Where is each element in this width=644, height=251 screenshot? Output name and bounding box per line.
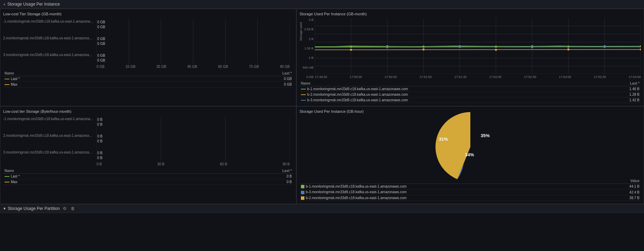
bar-label-1: -1.monitoringmsk.mn33d9.c18.kafka.us-eas… <box>3 19 94 23</box>
legend-name-col: Name <box>3 71 175 76</box>
bar-track-3a: 0 GB <box>97 54 290 58</box>
legend-color-last <box>5 79 9 79</box>
bar-label-2: 2.monitoringmsk.mn33d9.c18.kafka.us-east… <box>3 36 94 40</box>
instance-section-title: Storage Usage Per Instance <box>7 2 60 7</box>
partition-section-header[interactable]: ▾ Storage Usage Per Partition ⚙ 🗑 <box>0 204 644 213</box>
bar-track-1b: 0 GB <box>97 25 290 30</box>
line-chart-area: Storage used <box>315 18 641 79</box>
top-panels-row: Low-cost Tier Storage (GB-month) -1.moni… <box>0 9 644 106</box>
byte-bar-label-2: 2.monitoringmsk.mn33d9.c18.kafka.us-east… <box>3 134 94 138</box>
svg-point-32 <box>495 46 497 48</box>
pie-label-gold: 31% <box>439 136 448 142</box>
byte-bar-track-3a: 0 B <box>97 151 290 156</box>
byte-bar-val-1b: 0 B <box>97 123 103 126</box>
pie-legend-row-b2: b-2.monitoringmsk.mn33d9.c18.kafka.us-ea… <box>300 195 641 201</box>
svg-line-26 <box>315 49 641 50</box>
instance-section-header[interactable]: ▾ Storage Usage Per Instance <box>0 0 644 9</box>
legend-row-max2: Max 0 B <box>3 179 293 185</box>
pie-legend-row-b3: b-3.monitoringmsk.mn33d9.c18.kafka.us-ea… <box>300 189 641 195</box>
byte-bar-val-3a: 0 B <box>97 151 103 155</box>
bar-val-2a: 0 GB <box>97 37 105 41</box>
svg-point-42 <box>386 46 388 48</box>
low-cost-gb-panel: Low-cost Tier Storage (GB-month) -1.moni… <box>0 9 296 106</box>
storage-used-gb-month-panel: Storage Used Per Instance (GB-month) 3 B… <box>296 9 644 106</box>
partition-chevron-icon: ▾ <box>3 206 6 211</box>
legend-row-last2: Last * 0 B <box>3 174 293 179</box>
byte-bar-label-3: 3.monitoringmsk.mn33d9.c18.kafka.us-east… <box>3 150 94 154</box>
storage-used-gb-month-title: Storage Used Per Instance (GB-month) <box>300 12 641 16</box>
storage-used-gb-month-legend: Name Last * b-1.monitoringmsk.mn33d9.c18… <box>300 81 641 103</box>
bar-label-3: 3.monitoringmsk.mn33d9.c18.kafka.us-east… <box>3 53 94 57</box>
svg-point-28 <box>350 46 352 48</box>
bar-track-2a: 0 GB <box>97 37 290 42</box>
pie-legend-row-b1: b-1.monitoringmsk.mn33d9.c18.kafka.us-ea… <box>300 184 641 189</box>
bottom-panels-row: Low-cost tier Storage (Byte/hour-month) … <box>0 106 644 204</box>
pie-legend-value-col: Value <box>607 178 641 184</box>
pie-chart-container <box>300 116 641 178</box>
bar-track-1a: 0 GB <box>97 20 290 25</box>
legend-last-col: Last * <box>175 71 293 76</box>
low-cost-gb-title: Low-cost Tier Storage (GB-month) <box>3 12 293 16</box>
svg-line-27 <box>315 47 641 47</box>
legend-row-b1: b-1.monitoringmsk.mn33d9.c18.kafka.us-ea… <box>300 86 641 92</box>
legend-row-max: Max 0 GB <box>3 82 293 87</box>
bar-track-2b: 0 GB <box>97 42 290 47</box>
svg-point-43 <box>459 46 461 48</box>
pie-chart-svg <box>435 112 505 182</box>
legend-row-last: Last * 0 GB <box>3 76 293 82</box>
pie-label-blue: 34% <box>465 152 474 157</box>
partition-gear-button[interactable]: ⚙ <box>62 206 68 211</box>
byte-bar-val-1a: 0 B <box>97 118 103 121</box>
low-cost-byte-legend: Name Last * Last * 0 B Max 0 B <box>3 168 293 185</box>
low-cost-byte-panel: Low-cost tier Storage (Byte/hour-month) … <box>0 106 296 204</box>
bar-val-3a: 0 GB <box>97 54 105 57</box>
legend-color-b3 <box>301 100 306 101</box>
bar-val-1b: 0 GB <box>97 25 105 29</box>
bar-track-3b: 0 GB <box>97 58 290 63</box>
svg-point-44 <box>531 46 533 48</box>
line-chart-svg <box>315 18 641 74</box>
svg-point-38 <box>423 48 425 50</box>
byte-bar-track-1a: 0 B <box>97 118 290 123</box>
pie-label-green: 35% <box>481 133 490 138</box>
bar-val-2b: 0 GB <box>97 42 105 46</box>
legend-color-max2 <box>5 182 9 182</box>
byte-bar-val-3b: 0 B <box>97 156 103 160</box>
byte-bar-label-1: -1.monitoringmsk.mn33d9.c18.kafka.us-eas… <box>3 117 94 121</box>
storage-used-gb-hour-panel: Storage Used Per Instance (GB-hour) 31% … <box>296 106 644 204</box>
legend-row-b3: b-3.monitoringmsk.mn33d9.c18.kafka.us-ea… <box>300 97 641 103</box>
svg-point-40 <box>567 48 569 50</box>
byte-bar-val-2b: 0 B <box>97 139 103 143</box>
legend-last-col3: Last * <box>175 168 293 174</box>
bar-val-1a: 0 GB <box>97 20 105 24</box>
low-cost-gb-legend: Name Last * Last * 0 GB Max 0 GB <box>3 71 293 87</box>
svg-point-39 <box>495 49 497 51</box>
svg-point-34 <box>567 46 569 48</box>
x-axis-gb: 0 GB 15 GB 30 GB 45 GB 60 GB 75 GB 90 GB <box>97 65 290 69</box>
svg-point-30 <box>423 46 425 48</box>
bar-val-3b: 0 GB <box>97 58 105 62</box>
legend-color-max <box>5 84 9 85</box>
pie-legend-color-b2 <box>301 196 304 200</box>
legend-color-b1 <box>301 89 306 89</box>
legend-name-col3: Name <box>3 168 175 174</box>
low-cost-byte-title: Low-cost tier Storage (Byte/hour-month) <box>3 109 293 113</box>
pie-legend-color-b1 <box>301 185 304 188</box>
byte-bar-track-2a: 0 B <box>97 134 290 139</box>
byte-bar-val-2a: 0 B <box>97 134 103 138</box>
byte-bar-track-3b: 0 B <box>97 156 290 161</box>
svg-point-37 <box>350 49 352 51</box>
y-axis-label: Storage used <box>299 22 303 41</box>
svg-line-25 <box>315 46 641 47</box>
legend-row-b2: b-2.monitoringmsk.mn33d9.c18.kafka.us-ea… <box>300 92 641 97</box>
byte-bar-track-2b: 0 B <box>97 139 290 144</box>
legend-name-col2: Name <box>300 81 605 86</box>
x-axis-byte: 0 B 30 B 60 B 90 B <box>97 162 290 166</box>
chevron-icon: ▾ <box>3 2 5 6</box>
legend-color-b2 <box>301 94 306 95</box>
legend-last-col2: Last * <box>605 81 641 86</box>
partition-trash-button[interactable]: 🗑 <box>70 206 76 211</box>
byte-bar-track-1b: 0 B <box>97 123 290 127</box>
legend-color-last2 <box>5 176 9 177</box>
pie-legend-color-b3 <box>301 191 304 194</box>
